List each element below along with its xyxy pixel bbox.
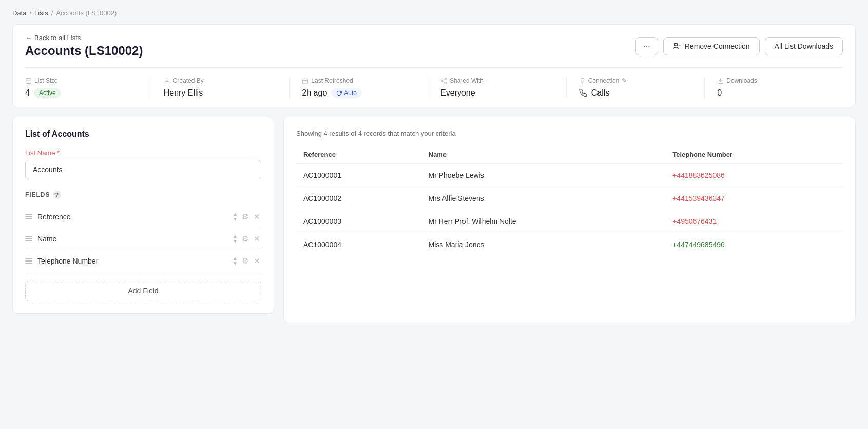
svg-point-10 xyxy=(441,80,443,81)
table-header-row: Reference Name Telephone Number xyxy=(296,145,843,164)
sort-arrows-name[interactable]: ▲▼ xyxy=(233,234,238,244)
drag-handle-telephone[interactable] xyxy=(25,258,32,264)
cell-phone: +441539436347 xyxy=(665,187,843,210)
remove-connection-button[interactable]: Remove Connection xyxy=(663,37,760,55)
settings-telephone[interactable]: ⚙ xyxy=(241,255,249,267)
field-name-telephone: Telephone Number xyxy=(37,257,227,265)
cell-reference: AC1000004 xyxy=(296,233,421,256)
left-panel: List of Accounts List Name * FIELDS ? Re… xyxy=(12,117,274,314)
stat-shared-with: Shared With · Everyone xyxy=(440,77,567,98)
downloads-icon xyxy=(717,78,724,84)
breadcrumb: Data / Lists / Accounts (LS10002) xyxy=(12,9,856,17)
more-options-button[interactable]: ··· xyxy=(635,37,658,55)
right-panel: Showing 4 results of 4 records that matc… xyxy=(283,117,856,322)
breadcrumb-data[interactable]: Data xyxy=(12,9,26,17)
list-name-input[interactable] xyxy=(25,160,261,179)
results-info: Showing 4 results of 4 records that matc… xyxy=(296,129,843,137)
remove-connection-icon xyxy=(673,42,681,50)
settings-reference[interactable]: ⚙ xyxy=(241,211,249,222)
active-badge: Active xyxy=(34,88,61,98)
created-by-icon xyxy=(164,78,170,84)
connection-icon xyxy=(579,78,586,84)
connection-edit-icon[interactable]: ✎ xyxy=(622,77,627,84)
last-refreshed-icon xyxy=(302,78,308,84)
table-row: AC1000001 Mr Phoebe Lewis +441883625086 xyxy=(296,164,843,187)
remove-reference[interactable]: ✕ xyxy=(253,211,261,222)
cell-phone: +441883625086 xyxy=(665,164,843,187)
remove-name[interactable]: ✕ xyxy=(253,233,261,245)
svg-point-4 xyxy=(166,79,168,81)
all-list-downloads-button[interactable]: All List Downloads xyxy=(765,37,843,55)
left-panel-title: List of Accounts xyxy=(25,129,261,139)
field-name-name: Name xyxy=(37,235,227,243)
col-telephone: Telephone Number xyxy=(665,145,843,164)
auto-badge: Auto xyxy=(331,88,362,98)
drag-handle-reference[interactable] xyxy=(25,214,32,219)
stat-downloads: Downloads 0 xyxy=(717,77,843,98)
page-title: Accounts (LS10002) xyxy=(25,44,143,58)
cell-name: Mrs Alfie Stevens xyxy=(421,187,666,210)
field-row-reference: Reference ▲▼ ⚙ ✕ xyxy=(25,206,261,228)
cell-reference: AC1000001 xyxy=(296,164,421,187)
stat-created-by: Created By Henry Ellis xyxy=(164,77,290,98)
cell-name: Mr Phoebe Lewis xyxy=(421,164,666,187)
fields-section-label: FIELDS ? xyxy=(25,191,261,199)
svg-rect-5 xyxy=(303,79,308,84)
svg-point-9 xyxy=(445,78,446,80)
fields-list: Reference ▲▼ ⚙ ✕ Name ▲▼ ⚙ ✕ xyxy=(25,206,261,272)
col-name: Name xyxy=(421,145,666,164)
cell-phone: +447449685496 xyxy=(665,233,843,256)
svg-line-13 xyxy=(443,79,445,80)
cell-name: Miss Maria Jones xyxy=(421,233,666,256)
field-actions-telephone: ▲▼ ⚙ ✕ xyxy=(233,255,261,267)
cell-reference: AC1000003 xyxy=(296,210,421,233)
field-row-name: Name ▲▼ ⚙ ✕ xyxy=(25,228,261,250)
stat-list-size: List Size 4 Active xyxy=(25,77,151,98)
table-row: AC1000003 Mr Herr Prof. Wilhelm Nolte +4… xyxy=(296,210,843,233)
svg-point-11 xyxy=(445,82,446,83)
refresh-icon xyxy=(336,90,342,96)
fields-help-icon[interactable]: ? xyxy=(53,191,61,199)
stats-row: List Size 4 Active Created By Henry Elli… xyxy=(25,67,843,98)
calls-icon xyxy=(579,89,587,97)
results-table: Reference Name Telephone Number AC100000… xyxy=(296,145,843,256)
field-row-telephone: Telephone Number ▲▼ ⚙ ✕ xyxy=(25,250,261,272)
svg-line-12 xyxy=(443,81,445,82)
settings-name[interactable]: ⚙ xyxy=(241,233,249,245)
header-actions: ··· Remove Connection All List Downloads xyxy=(635,37,843,55)
field-actions-reference: ▲▼ ⚙ ✕ xyxy=(233,211,261,222)
stat-last-refreshed: Last Refreshed 2h ago Auto xyxy=(302,77,428,98)
cell-name: Mr Herr Prof. Wilhelm Nolte xyxy=(421,210,666,233)
add-field-button[interactable]: Add Field xyxy=(25,281,261,301)
header-section: ← Back to all Lists Accounts (LS10002) ·… xyxy=(12,24,856,107)
main-content: List of Accounts List Name * FIELDS ? Re… xyxy=(12,117,856,322)
table-row: AC1000004 Miss Maria Jones +447449685496 xyxy=(296,233,843,256)
svg-rect-2 xyxy=(26,78,31,83)
list-name-label: List Name * xyxy=(25,149,261,157)
svg-point-0 xyxy=(674,43,677,46)
sort-arrows-reference[interactable]: ▲▼ xyxy=(233,212,238,222)
cell-phone: +4950676431 xyxy=(665,210,843,233)
breadcrumb-current: Accounts (LS10002) xyxy=(56,9,117,17)
field-actions-name: ▲▼ ⚙ ✕ xyxy=(233,233,261,245)
sort-arrows-telephone[interactable]: ▲▼ xyxy=(233,256,238,266)
list-size-icon xyxy=(25,78,32,84)
back-link[interactable]: ← Back to all Lists xyxy=(25,34,143,42)
remove-telephone[interactable]: ✕ xyxy=(253,255,261,267)
shared-with-icon xyxy=(440,78,447,84)
field-name-reference: Reference xyxy=(37,213,227,221)
col-reference: Reference xyxy=(296,145,421,164)
stat-connection: Connection ✎ Calls xyxy=(579,77,705,98)
breadcrumb-lists[interactable]: Lists xyxy=(34,9,48,17)
table-row: AC1000002 Mrs Alfie Stevens +44153943634… xyxy=(296,187,843,210)
cell-reference: AC1000002 xyxy=(296,187,421,210)
drag-handle-name[interactable] xyxy=(25,236,32,241)
